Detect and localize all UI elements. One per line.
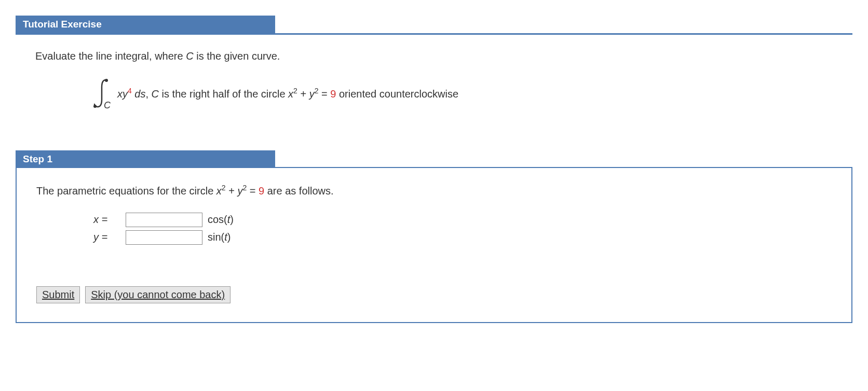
y-coefficient-input[interactable] — [126, 230, 202, 245]
step1-description: The parametric equations for the circle … — [36, 184, 832, 197]
step-1-container: The parametric equations for the circle … — [16, 167, 852, 323]
cos-text: cos( — [208, 214, 227, 225]
step1-y: y — [237, 185, 242, 197]
cos-t: cos(t) — [208, 214, 234, 226]
exp-x: 2 — [293, 87, 297, 95]
sin-text: sin( — [208, 231, 224, 243]
integrand-xy: xy — [117, 88, 128, 100]
variable-x: x — [288, 88, 293, 100]
integrand: xy4 ds, C is the right half of the circl… — [117, 87, 458, 100]
tutorial-exercise-header: Tutorial Exercise — [16, 16, 275, 33]
integral-subscript-C: C — [104, 100, 111, 111]
step1-eq: = — [247, 185, 259, 197]
sin-t: sin(t) — [208, 231, 230, 243]
step1-x: x — [216, 185, 222, 197]
intro-text-2: is the given curve. — [194, 50, 280, 62]
intro-text: Evaluate the line integral, where — [35, 50, 186, 62]
variable-C-2: C — [152, 88, 159, 100]
step1-text-a: The parametric equations for the circle — [36, 185, 216, 197]
variable-y: y — [309, 88, 315, 100]
button-bar: Submit Skip (you cannot come back) — [36, 286, 832, 303]
problem-intro: Evaluate the line integral, where C is t… — [35, 50, 852, 62]
step1-exp-x: 2 — [222, 184, 226, 192]
step1-nine: 9 — [259, 185, 264, 197]
integral-expression: C xy4 ds, C is the right half of the cir… — [92, 78, 852, 109]
desc-2: oriented counterclockwise — [336, 88, 458, 100]
x-equals-label: x = — [93, 214, 120, 226]
variable-C: C — [186, 50, 193, 62]
svg-point-0 — [105, 79, 108, 82]
integral-sign: C — [92, 78, 112, 109]
x-param-row: x = cos(t) — [93, 213, 832, 227]
step1-plus: + — [226, 185, 238, 197]
plus: + — [297, 88, 309, 100]
integrand-exponent: 4 — [128, 87, 132, 95]
step1-text-b: are as follows. — [264, 185, 333, 197]
ds: ds — [132, 88, 146, 100]
submit-button[interactable]: Submit — [36, 286, 80, 303]
desc-1: is the right half of the circle — [159, 88, 288, 100]
svg-point-1 — [93, 105, 97, 108]
nine: 9 — [330, 88, 336, 100]
step-1-header: Step 1 — [16, 150, 275, 168]
comma: , — [145, 88, 151, 100]
equals: = — [318, 88, 330, 100]
y-equals-label: y = — [93, 231, 120, 243]
cos-close: ) — [230, 214, 234, 225]
x-coefficient-input[interactable] — [126, 213, 202, 227]
y-param-row: y = sin(t) — [93, 230, 832, 245]
skip-button[interactable]: Skip (you cannot come back) — [85, 286, 230, 303]
sin-close: ) — [227, 231, 231, 243]
